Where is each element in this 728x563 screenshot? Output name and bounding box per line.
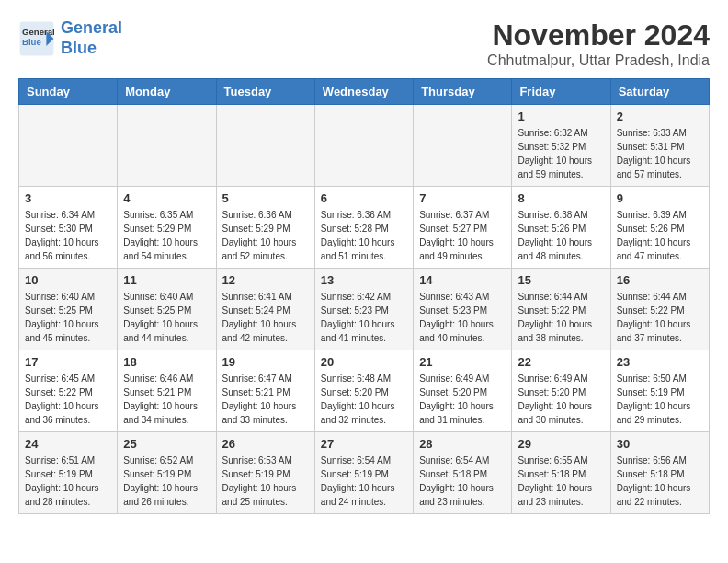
day-info: Sunrise: 6:54 AMSunset: 5:19 PMDaylight:… [321, 454, 407, 509]
day-number: 13 [321, 273, 407, 287]
day-info: Sunrise: 6:43 AMSunset: 5:23 PMDaylight:… [419, 290, 506, 345]
day-number: 20 [321, 355, 407, 369]
day-info: Sunrise: 6:36 AMSunset: 5:29 PMDaylight:… [222, 208, 309, 263]
day-number: 28 [419, 437, 506, 451]
day-info: Sunrise: 6:40 AMSunset: 5:25 PMDaylight:… [123, 290, 210, 345]
calendar-week-row: 3Sunrise: 6:34 AMSunset: 5:30 PMDaylight… [19, 187, 710, 269]
day-info: Sunrise: 6:48 AMSunset: 5:20 PMDaylight:… [321, 372, 407, 427]
calendar-cell: 24Sunrise: 6:51 AMSunset: 5:19 PMDayligh… [19, 432, 118, 514]
calendar-week-row: 24Sunrise: 6:51 AMSunset: 5:19 PMDayligh… [19, 432, 710, 514]
calendar-cell: 20Sunrise: 6:48 AMSunset: 5:20 PMDayligh… [314, 350, 413, 432]
day-header-thursday: Thursday [414, 79, 512, 105]
day-number: 30 [617, 437, 703, 451]
svg-text:Blue: Blue [22, 37, 41, 47]
day-info: Sunrise: 6:38 AMSunset: 5:26 PMDaylight:… [518, 208, 604, 263]
day-number: 25 [123, 437, 210, 451]
calendar-cell: 6Sunrise: 6:36 AMSunset: 5:28 PMDaylight… [314, 187, 413, 269]
day-info: Sunrise: 6:54 AMSunset: 5:18 PMDaylight:… [419, 454, 506, 509]
title-section: November 2024 Chhutmalpur, Uttar Pradesh… [487, 18, 710, 69]
calendar-cell: 16Sunrise: 6:44 AMSunset: 5:22 PMDayligh… [610, 269, 709, 350]
day-info: Sunrise: 6:37 AMSunset: 5:27 PMDaylight:… [419, 208, 506, 263]
day-number: 16 [617, 273, 703, 287]
calendar-cell: 1Sunrise: 6:32 AMSunset: 5:32 PMDaylight… [512, 105, 610, 187]
day-info: Sunrise: 6:36 AMSunset: 5:28 PMDaylight:… [321, 208, 407, 263]
day-number: 12 [222, 273, 309, 287]
day-info: Sunrise: 6:44 AMSunset: 5:22 PMDaylight:… [617, 290, 703, 345]
calendar-cell: 29Sunrise: 6:55 AMSunset: 5:18 PMDayligh… [512, 432, 610, 514]
day-info: Sunrise: 6:55 AMSunset: 5:18 PMDaylight:… [518, 454, 604, 509]
day-info: Sunrise: 6:56 AMSunset: 5:18 PMDaylight:… [617, 454, 703, 509]
day-number: 2 [617, 109, 703, 123]
day-header-sunday: Sunday [19, 79, 118, 105]
calendar-cell: 7Sunrise: 6:37 AMSunset: 5:27 PMDaylight… [414, 187, 512, 269]
day-info: Sunrise: 6:49 AMSunset: 5:20 PMDaylight:… [518, 372, 604, 427]
calendar-cell: 12Sunrise: 6:41 AMSunset: 5:24 PMDayligh… [216, 269, 314, 350]
day-info: Sunrise: 6:46 AMSunset: 5:21 PMDaylight:… [123, 372, 210, 427]
calendar-cell: 17Sunrise: 6:45 AMSunset: 5:22 PMDayligh… [19, 350, 118, 432]
day-header-tuesday: Tuesday [216, 79, 314, 105]
day-info: Sunrise: 6:39 AMSunset: 5:26 PMDaylight:… [617, 208, 703, 263]
calendar-cell: 25Sunrise: 6:52 AMSunset: 5:19 PMDayligh… [118, 432, 216, 514]
calendar-cell: 15Sunrise: 6:44 AMSunset: 5:22 PMDayligh… [512, 269, 610, 350]
day-number: 8 [518, 191, 604, 205]
calendar-cell [19, 105, 118, 187]
day-number: 4 [123, 191, 210, 205]
calendar-cell: 8Sunrise: 6:38 AMSunset: 5:26 PMDaylight… [512, 187, 610, 269]
day-info: Sunrise: 6:45 AMSunset: 5:22 PMDaylight:… [25, 372, 111, 427]
day-header-monday: Monday [118, 79, 216, 105]
day-number: 22 [518, 355, 604, 369]
calendar-cell: 23Sunrise: 6:50 AMSunset: 5:19 PMDayligh… [610, 350, 709, 432]
calendar-cell: 4Sunrise: 6:35 AMSunset: 5:29 PMDaylight… [118, 187, 216, 269]
calendar-cell: 10Sunrise: 6:40 AMSunset: 5:25 PMDayligh… [19, 269, 118, 350]
calendar-week-row: 17Sunrise: 6:45 AMSunset: 5:22 PMDayligh… [19, 350, 710, 432]
day-number: 23 [617, 355, 703, 369]
logo-text: General Blue [61, 18, 122, 58]
calendar-cell [314, 105, 413, 187]
day-info: Sunrise: 6:35 AMSunset: 5:29 PMDaylight:… [123, 208, 210, 263]
day-number: 10 [25, 273, 111, 287]
day-info: Sunrise: 6:41 AMSunset: 5:24 PMDaylight:… [222, 290, 309, 345]
day-number: 24 [25, 437, 111, 451]
day-number: 1 [518, 109, 604, 123]
logo-icon: General Blue [18, 20, 55, 57]
day-number: 26 [222, 437, 309, 451]
calendar-cell: 30Sunrise: 6:56 AMSunset: 5:18 PMDayligh… [610, 432, 709, 514]
day-info: Sunrise: 6:42 AMSunset: 5:23 PMDaylight:… [321, 290, 407, 345]
day-number: 21 [419, 355, 506, 369]
day-number: 9 [617, 191, 703, 205]
day-info: Sunrise: 6:49 AMSunset: 5:20 PMDaylight:… [419, 372, 506, 427]
day-number: 14 [419, 273, 506, 287]
day-number: 29 [518, 437, 604, 451]
day-info: Sunrise: 6:52 AMSunset: 5:19 PMDaylight:… [123, 454, 210, 509]
calendar-cell: 2Sunrise: 6:33 AMSunset: 5:31 PMDaylight… [610, 105, 709, 187]
calendar-cell: 14Sunrise: 6:43 AMSunset: 5:23 PMDayligh… [414, 269, 512, 350]
day-info: Sunrise: 6:51 AMSunset: 5:19 PMDaylight:… [25, 454, 111, 509]
calendar-cell: 27Sunrise: 6:54 AMSunset: 5:19 PMDayligh… [314, 432, 413, 514]
calendar-table: SundayMondayTuesdayWednesdayThursdayFrid… [18, 78, 710, 514]
day-number: 6 [321, 191, 407, 205]
day-number: 15 [518, 273, 604, 287]
calendar-cell [414, 105, 512, 187]
calendar-title: November 2024 [487, 18, 710, 52]
calendar-week-row: 10Sunrise: 6:40 AMSunset: 5:25 PMDayligh… [19, 269, 710, 350]
calendar-week-row: 1Sunrise: 6:32 AMSunset: 5:32 PMDaylight… [19, 105, 710, 187]
day-header-friday: Friday [512, 79, 610, 105]
calendar-cell: 11Sunrise: 6:40 AMSunset: 5:25 PMDayligh… [118, 269, 216, 350]
day-number: 7 [419, 191, 506, 205]
calendar-cell: 9Sunrise: 6:39 AMSunset: 5:26 PMDaylight… [610, 187, 709, 269]
calendar-subtitle: Chhutmalpur, Uttar Pradesh, India [487, 52, 710, 69]
day-info: Sunrise: 6:32 AMSunset: 5:32 PMDaylight:… [518, 126, 604, 181]
day-info: Sunrise: 6:44 AMSunset: 5:22 PMDaylight:… [518, 290, 604, 345]
calendar-cell: 18Sunrise: 6:46 AMSunset: 5:21 PMDayligh… [118, 350, 216, 432]
calendar-cell: 26Sunrise: 6:53 AMSunset: 5:19 PMDayligh… [216, 432, 314, 514]
calendar-cell: 19Sunrise: 6:47 AMSunset: 5:21 PMDayligh… [216, 350, 314, 432]
day-number: 27 [321, 437, 407, 451]
day-number: 19 [222, 355, 309, 369]
day-info: Sunrise: 6:40 AMSunset: 5:25 PMDaylight:… [25, 290, 111, 345]
day-info: Sunrise: 6:47 AMSunset: 5:21 PMDaylight:… [222, 372, 309, 427]
day-number: 17 [25, 355, 111, 369]
day-number: 11 [123, 273, 210, 287]
calendar-header-row: SundayMondayTuesdayWednesdayThursdayFrid… [19, 79, 710, 105]
day-header-wednesday: Wednesday [314, 79, 413, 105]
day-info: Sunrise: 6:33 AMSunset: 5:31 PMDaylight:… [617, 126, 703, 181]
